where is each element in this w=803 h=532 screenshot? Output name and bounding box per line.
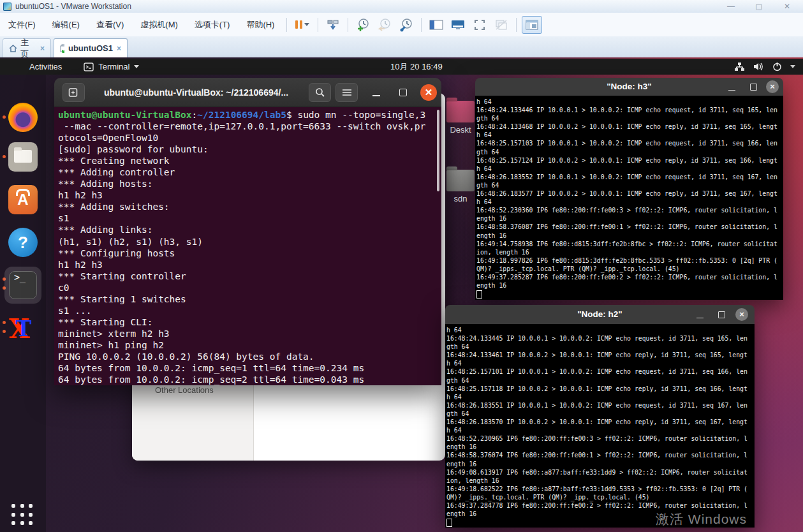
h2-output-line: h 64 [446, 359, 755, 367]
running-indicator-dot [3, 330, 6, 333]
terminal-line: *** Adding hosts: [58, 178, 441, 189]
new-tab-button[interactable] [63, 83, 85, 102]
terminal-line: *** Adding controller [58, 166, 441, 178]
window-title: ubuntuOS1 - VMware Workstation [15, 2, 131, 11]
dock-item-firefox[interactable] [8, 102, 38, 133]
menu-view[interactable]: 查看(V) [88, 13, 132, 36]
h3-maximize-button[interactable] [747, 80, 760, 93]
take-snapshot-button[interactable] [353, 17, 372, 33]
terminal-minimize-button[interactable] [369, 85, 383, 100]
snapshot-manager-icon [399, 18, 413, 32]
h3-output-line: 16:48:24.133446 IP 10.0.0.1 > 10.0.0.2: … [476, 106, 783, 114]
h2-output-line: 16:48:25.157101 IP 10.0.0.1 > 10.0.0.2: … [446, 367, 755, 376]
h2-output-line: 16:48:52.230965 IP6 fe80::200:ff:fe00:3 … [446, 434, 755, 443]
chevron-down-icon[interactable] [304, 23, 309, 26]
unity-windows-icon [495, 19, 508, 31]
terminal-scrollbar[interactable] [437, 110, 439, 191]
h3-close-button[interactable]: × [766, 80, 779, 93]
show-applications-button[interactable] [11, 504, 34, 527]
terminal-line: mininet> h1 ping h2 [58, 339, 441, 351]
dock-item-files[interactable] [8, 142, 38, 172]
toolbar-separator [516, 18, 517, 32]
menu-file[interactable]: 文件(F) [0, 13, 44, 36]
h3-terminal-output[interactable]: h 6416:48:24.133446 IP 10.0.0.1 > 10.0.0… [475, 96, 783, 300]
ctrl-alt-del-icon [327, 18, 339, 31]
menu-edit[interactable]: 编辑(E) [44, 13, 88, 36]
terminal-line: 64 bytes from 10.0.0.2: icmp_seq=2 ttl=6… [58, 374, 441, 385]
running-indicator-dot [3, 115, 6, 119]
h2-terminal-output[interactable]: h 6416:48:24.133445 IP 10.0.0.1 > 10.0.0… [445, 324, 755, 528]
dock-item-ubuntu-software[interactable]: A [8, 184, 38, 215]
terminal-maximize-button[interactable] [396, 85, 410, 100]
console-layout-button[interactable] [522, 16, 542, 34]
h2-maximize-button[interactable] [715, 308, 728, 321]
prompt-path: ~/212106694/lab5 [197, 110, 286, 120]
dock-item-help[interactable]: ? [8, 227, 38, 258]
xterm-h3-window[interactable]: "Node: h3" × h 6416:48:24.133446 IP 10.0… [475, 78, 783, 300]
chevron-down-icon [790, 65, 795, 68]
menu-tabs[interactable]: 选项卡(T) [186, 13, 239, 36]
show-library-button[interactable] [427, 17, 446, 33]
vmware-tab-bar: 主页 × ubuntuOS1 × [0, 36, 803, 58]
h3-output-line: gth 64 [476, 181, 783, 189]
hamburger-menu-button[interactable] [335, 83, 358, 102]
terminal-line: h1 h2 h3 [58, 259, 441, 270]
power-icon [772, 62, 782, 71]
vmware-minimize-button[interactable]: — [724, 1, 738, 12]
desktop-folder-desktop[interactable]: Deskt [441, 101, 480, 135]
dock-item-terminal[interactable]: >_ [8, 270, 38, 300]
vmware-close-button[interactable]: ✕ [780, 1, 794, 12]
folder-icon [446, 101, 475, 122]
help-icon: ? [8, 228, 38, 257]
manage-snapshots-button[interactable] [397, 17, 416, 33]
tab-ubuntuos1-close-icon[interactable]: × [117, 44, 121, 53]
console-view-button[interactable] [448, 17, 468, 33]
tab-home[interactable]: 主页 × [3, 38, 51, 58]
tab-home-close-icon[interactable]: × [40, 44, 45, 53]
system-status-area[interactable] [734, 59, 795, 75]
h2-title-bar[interactable]: "Node: h2" × [445, 305, 755, 324]
activities-button[interactable]: Activities [26, 62, 66, 71]
vmware-maximize-button[interactable]: ▢ [752, 1, 766, 12]
h2-minimize-button[interactable] [694, 308, 707, 321]
terminal-line: [sudo] password for ubuntu: [58, 144, 441, 155]
tab-ubuntuos1[interactable]: ubuntuOS1 × [54, 38, 128, 58]
h3-output-line: h 64 [476, 165, 783, 173]
terminal-window[interactable]: ubuntu@ubuntu-VirtualBox: ~/212106694/..… [54, 78, 441, 385]
menu-help[interactable]: 帮助(H) [238, 13, 283, 36]
toolbar-separator [421, 18, 422, 32]
folder-label: sdn [441, 194, 480, 203]
terminal-line: (h1, s1) (h2, s1) (h3, s1) [58, 236, 441, 248]
h3-minimize-button[interactable] [726, 80, 739, 93]
sidebar-item-other-locations[interactable]: Other Locations [155, 385, 214, 395]
app-menu-terminal[interactable]: Terminal [84, 62, 139, 71]
h3-output-line: 16:49:14.758938 IP6 fe80::d815:3dff:fe2b… [476, 240, 783, 248]
terminal-app-icon [84, 63, 94, 71]
vmware-logo-icon [3, 3, 11, 11]
send-ctrl-alt-del-button[interactable] [323, 17, 343, 33]
xterm-h2-window[interactable]: "Node: h2" × h 6416:48:24.133445 IP 10.0… [445, 305, 755, 528]
terminal-icon: >_ [9, 271, 37, 299]
clock[interactable]: 10月 20 16:49 [390, 59, 443, 75]
chevron-down-icon [134, 65, 139, 68]
fullscreen-icon [473, 18, 486, 31]
terminal-line: *** Starting controller [58, 270, 441, 282]
terminal-line: s1 [58, 212, 441, 224]
menu-vm[interactable]: 虚拟机(M) [132, 13, 186, 36]
fullscreen-button[interactable] [470, 17, 489, 33]
h2-close-button[interactable]: × [735, 308, 748, 321]
h2-output-line: ength 16 [446, 460, 755, 468]
dock-item-xterm[interactable]: X T [8, 312, 38, 343]
revert-snapshot-button [375, 17, 394, 33]
terminal-close-button[interactable]: ✕ [420, 84, 437, 101]
terminal-output[interactable]: ubuntu@ubuntu-VirtualBox:~/212106694/lab… [54, 107, 441, 385]
h3-title-bar[interactable]: "Node: h3" × [475, 78, 783, 96]
activate-windows-watermark: 激活 Windows [656, 510, 747, 528]
h2-window-title: "Node: h2" [445, 305, 755, 324]
h3-output-line: gth 64 [476, 114, 783, 122]
desktop-folder-sdn[interactable]: sdn [441, 170, 480, 203]
pause-icon [295, 20, 302, 29]
terminal-header-bar[interactable]: ubuntu@ubuntu-VirtualBox: ~/212106694/..… [54, 78, 441, 107]
suspend-vm-button[interactable] [291, 20, 314, 29]
search-button[interactable] [309, 83, 331, 102]
